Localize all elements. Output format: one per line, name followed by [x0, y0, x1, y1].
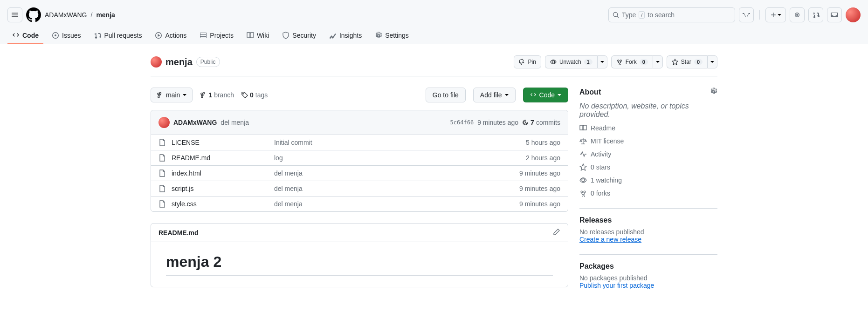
fork-button[interactable]: Fork0: [611, 55, 653, 68]
tab-pulls[interactable]: Pull requests: [89, 28, 146, 44]
fork-icon: [616, 59, 623, 65]
readme-link[interactable]: Readme: [579, 124, 717, 132]
breadcrumb-repo[interactable]: menja: [96, 11, 115, 19]
gear-icon: [710, 88, 717, 95]
repo-avatar: [151, 56, 162, 68]
issue-icon: [52, 32, 59, 39]
file-row[interactable]: index.htmldel menja9 minutes ago: [151, 166, 568, 181]
watch-dropdown[interactable]: [597, 55, 607, 68]
file-row[interactable]: README.mdlog2 hours ago: [151, 150, 568, 166]
file-commit-message[interactable]: Initial commit: [274, 139, 526, 146]
law-icon: [579, 137, 587, 145]
license-link[interactable]: MIT license: [579, 137, 717, 145]
eye-icon: [579, 176, 587, 184]
sidebar-divider: [579, 208, 717, 209]
command-palette-button[interactable]: [739, 7, 754, 22]
unwatch-button[interactable]: Unwatch1: [545, 55, 597, 68]
tab-insights[interactable]: Insights: [324, 28, 366, 44]
file-time: 2 hours ago: [526, 154, 560, 162]
tab-actions[interactable]: Actions: [150, 28, 191, 44]
code-icon: [12, 32, 20, 39]
sidebar-divider: [579, 254, 717, 255]
file-name[interactable]: index.html: [172, 169, 274, 177]
commit-time: 9 minutes ago: [477, 119, 518, 126]
file-commit-message[interactable]: del menja: [274, 200, 519, 208]
tab-wiki[interactable]: Wiki: [242, 28, 274, 44]
book-icon: [247, 32, 254, 39]
file-nav: main 1 branch 0 tags Go to file Add file…: [151, 88, 568, 102]
tab-security[interactable]: Security: [277, 28, 321, 44]
breadcrumb-owner[interactable]: ADAMxWANG: [45, 11, 87, 19]
branch-icon: [200, 92, 207, 98]
releases-empty: No releases published: [579, 228, 717, 236]
add-file-button[interactable]: Add file: [473, 88, 516, 102]
file-name[interactable]: script.js: [172, 185, 274, 192]
repo-title[interactable]: menja: [165, 57, 193, 68]
tab-code[interactable]: Code: [7, 28, 43, 44]
file-commit-message[interactable]: del menja: [274, 185, 519, 192]
branch-icon: [157, 92, 163, 98]
search-input[interactable]: Type / to search: [608, 7, 735, 22]
file-time: 9 minutes ago: [519, 185, 560, 192]
user-avatar[interactable]: [846, 7, 861, 22]
file-name[interactable]: LICENSE: [172, 139, 274, 146]
star-button[interactable]: Star0: [667, 55, 707, 68]
readme-filename[interactable]: README.md: [158, 229, 199, 237]
tab-settings[interactable]: Settings: [370, 28, 413, 44]
goto-file-button[interactable]: Go to file: [426, 88, 466, 102]
eye-icon: [550, 59, 557, 65]
create-new-button[interactable]: [765, 7, 786, 22]
file-time: 9 minutes ago: [519, 200, 560, 208]
file-commit-message[interactable]: log: [274, 154, 526, 162]
file-name[interactable]: style.css: [172, 200, 274, 208]
file-icon: [158, 185, 166, 192]
code-download-button[interactable]: Code: [523, 88, 568, 102]
edit-readme-button[interactable]: [553, 228, 560, 237]
tags-link[interactable]: 0 tags: [241, 91, 268, 99]
star-icon: [579, 163, 587, 171]
issues-button[interactable]: [790, 7, 805, 22]
shield-icon: [282, 32, 289, 39]
commit-author-avatar[interactable]: [158, 117, 170, 128]
github-logo[interactable]: [26, 7, 41, 22]
branch-select-button[interactable]: main: [151, 88, 193, 102]
create-release-link[interactable]: Create a new release: [579, 236, 641, 243]
file-name[interactable]: README.md: [172, 154, 274, 162]
pin-button[interactable]: Pin: [514, 55, 541, 68]
watching-link[interactable]: 1 watching: [579, 176, 717, 184]
readme-heading: menja 2: [166, 253, 553, 276]
fork-dropdown[interactable]: [653, 55, 663, 68]
commit-sha[interactable]: 5c64f66: [450, 119, 474, 126]
file-time: 9 minutes ago: [519, 169, 560, 177]
file-row[interactable]: style.cssdel menja9 minutes ago: [151, 196, 568, 211]
tab-issues[interactable]: Issues: [47, 28, 85, 44]
search-icon: [613, 12, 619, 18]
tab-projects[interactable]: Projects: [195, 28, 238, 44]
commit-message[interactable]: del menja: [220, 119, 249, 126]
repo-nav: Code Issues Pull requests Actions Projec…: [7, 28, 861, 44]
file-commit-message[interactable]: del menja: [274, 169, 519, 177]
repo-settings-button[interactable]: [710, 88, 717, 96]
caret-down-icon: [710, 60, 714, 64]
publish-package-link[interactable]: Publish your first package: [579, 282, 654, 289]
pull-requests-button[interactable]: [808, 7, 823, 22]
commits-link[interactable]: 7 commits: [522, 119, 560, 126]
star-dropdown[interactable]: [707, 55, 717, 68]
notifications-button[interactable]: [827, 7, 842, 22]
file-icon: [158, 200, 166, 208]
forks-link[interactable]: 0 forks: [579, 190, 717, 197]
history-icon: [522, 119, 529, 126]
branches-link[interactable]: 1 branch: [200, 91, 234, 99]
play-icon: [155, 32, 162, 39]
file-row[interactable]: script.jsdel menja9 minutes ago: [151, 181, 568, 196]
menu-button[interactable]: [7, 7, 22, 22]
latest-commit: ADAMxWANG del menja 5c64f66 9 minutes ag…: [151, 110, 568, 135]
activity-link[interactable]: Activity: [579, 150, 717, 158]
commit-author[interactable]: ADAMxWANG: [173, 119, 217, 126]
breadcrumb: ADAMxWANG / menja: [45, 11, 115, 19]
file-listing: ADAMxWANG del menja 5c64f66 9 minutes ag…: [151, 110, 568, 212]
file-row[interactable]: LICENSEInitial commit5 hours ago: [151, 135, 568, 150]
stars-link[interactable]: 0 stars: [579, 163, 717, 171]
pulse-icon: [579, 150, 587, 158]
watch-count: 1: [584, 59, 592, 65]
